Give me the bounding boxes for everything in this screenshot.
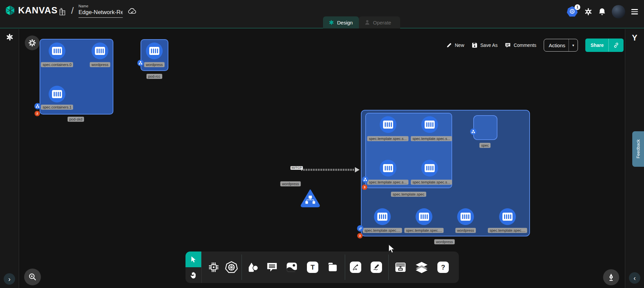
pod-icon [36,104,40,108]
node-template-container[interactable] [380,116,396,133]
save-floppy-icon [472,42,478,48]
node-deployment-container[interactable] [457,208,474,225]
node-deployment-container[interactable] [374,208,391,225]
share-button[interactable]: Share [585,39,624,52]
node-label: spec.template.spec.s... [411,180,452,185]
shapes-icon [247,262,259,273]
node-spec-containers-1[interactable] [49,86,65,102]
cluster-flower-button[interactable] [25,35,40,50]
actions-divider [569,39,569,51]
user-avatar[interactable] [612,5,625,18]
tab-operate[interactable]: Operate [359,16,400,28]
layers-icon [415,261,428,273]
node-spec-containers-0[interactable] [49,43,65,59]
service-edge[interactable] [301,169,356,171]
hand-icon [190,271,198,279]
design-tab-icon [328,19,334,25]
flower-icon [28,39,36,47]
group-label-spec-template-spec: spec.template.spec [391,192,426,197]
save-as-button[interactable]: Save As [472,42,497,48]
design-canvas[interactable]: spec.containers.0 wordpress spec.contain… [19,29,625,288]
design-pen-button[interactable] [603,269,619,285]
operate-tab-label: Operate [373,20,391,25]
layers-tool-button[interactable] [415,261,428,273]
context-count-badge: 1 [575,4,580,10]
container-icon [377,213,387,221]
node-label: wordpress [455,228,476,233]
expand-left-panel-button[interactable]: › [4,273,15,285]
text-tool-button[interactable]: T [307,262,318,273]
container-icon [52,47,62,55]
components-tool-button[interactable] [208,261,220,273]
settings-gear-icon[interactable] [584,8,592,16]
menu-hamburger-icon[interactable] [631,9,638,14]
feedback-label: Feedback [636,139,641,158]
node-deployment-container[interactable] [416,208,432,225]
pod-badge [362,176,369,183]
mouse-cursor [387,244,396,254]
feedback-tab[interactable]: Feedback [632,131,644,167]
copy-link-icon[interactable] [609,42,624,49]
comments-button[interactable]: Comments [505,42,536,48]
edge-arrowhead [355,167,360,172]
zoom-button[interactable] [24,269,41,285]
node-label: spec.template.spec.... [363,228,402,233]
node-template-container[interactable] [421,160,438,176]
new-button[interactable]: New [446,42,464,48]
warning-count-badge: 3 [357,233,363,238]
import-tool-button[interactable] [394,262,407,273]
pod-icon [472,130,475,134]
node-label: spec.template.spec.... [488,228,527,233]
design-name-input[interactable] [78,9,123,18]
organization-icon[interactable] [58,7,67,16]
node-label: spec.template.spec.s... [367,136,409,141]
node-label: spec.containers.1 [41,105,73,110]
kanvas-logo-icon[interactable] [5,5,15,16]
edge-port-label: 80/TCP [290,166,303,170]
node-wordpress-container[interactable] [146,43,163,59]
container-icon [425,164,435,172]
kubernetes-tool-button[interactable] [225,261,238,274]
chevron-right-icon: › [8,275,11,283]
note-tool-button[interactable] [327,262,338,273]
node-template-container[interactable] [380,160,396,176]
pod-badge [470,129,477,135]
tab-design[interactable]: Design [323,16,359,28]
node-spec[interactable] [473,115,497,140]
group-spec-template-spec[interactable] [365,113,452,188]
chevron-left-icon: ‹ [634,274,636,282]
sketch-tool-button[interactable] [371,262,382,273]
canvas-toolbar: T [185,251,459,283]
pan-tool-button[interactable] [185,267,201,283]
hierarchy-y-icon[interactable]: Y [632,33,637,43]
share-button-label: Share [591,43,608,48]
meshery-spinner-icon[interactable] [5,33,14,42]
spec-node-label: spec [479,143,490,148]
deployment-badge [357,225,364,232]
select-tool-button[interactable] [185,251,201,267]
node-template-container[interactable] [421,116,438,133]
node-deployment-container[interactable] [499,208,516,225]
media-tool-button[interactable] [286,262,298,273]
shapes-tool-button[interactable] [247,262,259,273]
notifications-bell-icon[interactable] [598,8,606,16]
help-tool-button[interactable]: ? [437,262,449,273]
node-wordpress-container[interactable] [92,43,108,59]
group-label-wordpress: wordpress [434,239,455,244]
zoom-in-icon [28,273,37,281]
breadcrumb-separator: / [71,5,74,16]
kubernetes-wheel-icon [225,261,238,274]
container-icon [383,121,393,129]
pen-tool-button[interactable] [350,262,361,273]
kubernetes-context-button[interactable]: 1 [567,6,578,17]
comments-button-label: Comments [514,43,536,48]
actions-dropdown-button[interactable]: Actions ▾ [544,39,578,52]
comment-tool-button[interactable] [266,262,278,273]
pencil-scribble-icon [372,263,380,271]
container-icon [425,121,435,129]
brand-title: KANVAS [18,5,58,16]
expand-right-panel-button[interactable]: ‹ [629,272,640,284]
node-label: wordpress [90,62,110,67]
design-tab-label: Design [337,20,353,25]
node-wordpress-service[interactable] [301,189,320,209]
